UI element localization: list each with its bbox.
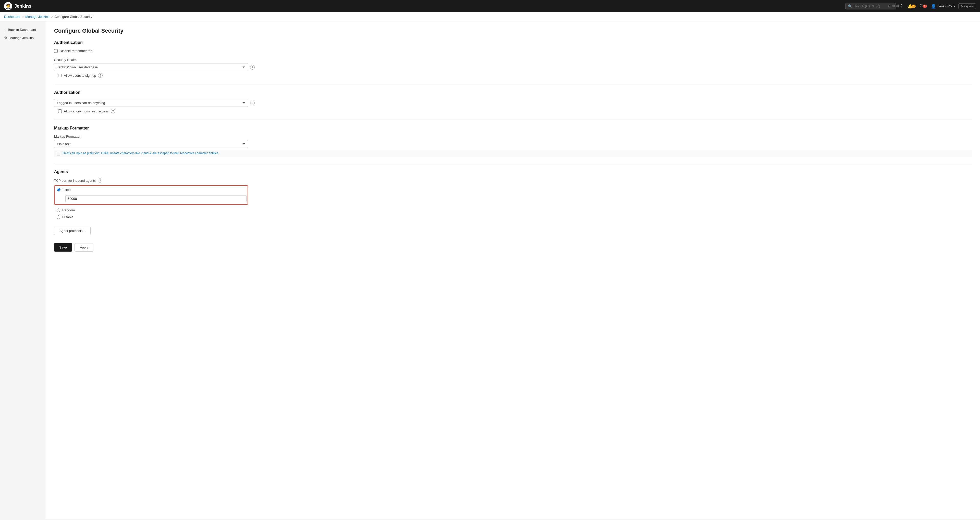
security-realm-group: Security Realm Jenkins' own user databas… — [54, 58, 972, 78]
apply-label: Apply — [80, 246, 88, 249]
agent-protocols-button[interactable]: Agent protocols... — [54, 227, 91, 235]
sidebar-item-label: Manage Jenkins — [10, 36, 34, 40]
authorization-select-wrapper: Logged-in users can do anything Anyone c… — [54, 99, 972, 107]
allow-signup-checkbox[interactable] — [58, 74, 62, 77]
markup-note-checkbox[interactable] — [57, 152, 60, 155]
logout-label: log out — [964, 4, 974, 8]
random-radio-label[interactable]: Random — [62, 208, 75, 212]
disable-radio-label[interactable]: Disable — [62, 215, 73, 219]
topbar: 🤵 Jenkins 🔍 CTRL+K ? 🔔 1 🛡 2 👤 JenkinsCi… — [0, 0, 980, 12]
security-realm-label: Security Realm — [54, 58, 972, 62]
agents-section: Agents TCP port for inbound agents ? Fix… — [54, 170, 972, 235]
authorization-help-icon[interactable]: ? — [250, 101, 255, 105]
back-arrow-icon: ↑ — [4, 27, 6, 32]
sidebar-item-back-to-dashboard[interactable]: ↑ Back to Dashboard — [0, 25, 46, 34]
search-input[interactable] — [854, 4, 887, 8]
disable-remember-me-checkbox[interactable] — [54, 49, 58, 53]
breadcrumb-current: Configure Global Security — [54, 15, 92, 19]
allow-anon-checkbox[interactable] — [58, 109, 62, 113]
breadcrumb: Dashboard > Manage Jenkins > Configure G… — [0, 12, 980, 21]
breadcrumb-sep1: > — [22, 15, 24, 19]
allow-signup-row: Allow users to sign up ? — [58, 73, 972, 78]
authorization-group: Logged-in users can do anything Anyone c… — [54, 99, 972, 113]
tcp-port-help-icon[interactable]: ? — [98, 178, 102, 183]
logout-icon: ⎋ — [961, 4, 963, 8]
shield-badge: 2 — [923, 5, 927, 8]
fixed-radio-label[interactable]: Fixed — [62, 188, 71, 192]
authentication-section: Authentication Disable remember me Secur… — [54, 40, 972, 78]
disable-remember-me-label[interactable]: Disable remember me — [60, 49, 92, 53]
shield-button[interactable]: 🛡 2 — [919, 3, 928, 10]
security-realm-select-wrapper: Jenkins' own user database None LDAP Uni… — [54, 63, 972, 71]
bell-badge: 1 — [912, 5, 916, 8]
tcp-port-value-row — [63, 194, 248, 204]
allow-anon-label[interactable]: Allow anonymous read access — [64, 109, 109, 113]
allow-anon-row: Allow anonymous read access ? — [58, 109, 972, 113]
divider-3 — [54, 163, 972, 163]
tcp-port-container: Fixed — [54, 185, 248, 205]
user-menu[interactable]: 👤 JenkinsCi ▾ — [931, 4, 955, 9]
disable-radio-row: Disable — [54, 214, 972, 220]
markup-note-text: Treats all input as plain text. HTML uns… — [62, 151, 219, 155]
fixed-radio-row: Fixed — [55, 186, 248, 194]
authentication-title: Authentication — [54, 40, 972, 45]
markup-formatter-group: Markup Formatter Plain text Safe HTML Tr… — [54, 135, 972, 157]
agent-protocols-label: Agent protocols... — [59, 229, 85, 233]
allow-signup-label[interactable]: Allow users to sign up — [64, 74, 96, 78]
security-realm-help-icon[interactable]: ? — [250, 65, 255, 70]
authorization-title: Authorization — [54, 90, 972, 95]
main-content: Configure Global Security Authentication… — [46, 21, 980, 519]
breadcrumb-dashboard[interactable]: Dashboard — [4, 15, 21, 19]
markup-note-row: Treats all input as plain text. HTML uns… — [54, 150, 972, 157]
markup-formatter-title: Markup Formatter — [54, 126, 972, 130]
sidebar-item-manage-jenkins[interactable]: ⚙ Manage Jenkins — [0, 34, 46, 42]
tcp-port-group: TCP port for inbound agents ? Fixed — [54, 178, 972, 220]
save-label: Save — [59, 246, 67, 249]
action-buttons: Save Apply — [54, 243, 972, 252]
user-chevron-icon: ▾ — [953, 4, 955, 8]
authorization-select[interactable]: Logged-in users can do anything Anyone c… — [54, 99, 248, 107]
gear-icon: ⚙ — [4, 36, 7, 40]
fixed-radio[interactable] — [57, 188, 60, 192]
save-button[interactable]: Save — [54, 243, 72, 252]
security-realm-select[interactable]: Jenkins' own user database None LDAP Uni… — [54, 63, 248, 71]
breadcrumb-manage-jenkins[interactable]: Manage Jenkins — [25, 15, 49, 19]
user-name: JenkinsCi — [938, 4, 952, 8]
tcp-label-row: TCP port for inbound agents ? — [54, 178, 972, 183]
sidebar-item-label: Back to Dashboard — [8, 28, 36, 32]
random-radio-row: Random — [54, 207, 972, 214]
markup-formatter-select-wrapper: Plain text Safe HTML — [54, 140, 972, 148]
breadcrumb-sep2: > — [51, 15, 53, 19]
user-avatar: 👤 — [931, 4, 936, 9]
agents-title: Agents — [54, 170, 972, 174]
random-radio[interactable] — [57, 209, 60, 212]
logout-button[interactable]: ⎋ log out — [958, 3, 976, 9]
allow-anon-help-icon[interactable]: ? — [111, 109, 115, 113]
allow-signup-help-icon[interactable]: ? — [98, 73, 103, 78]
markup-formatter-label: Markup Formatter — [54, 135, 972, 138]
disable-radio[interactable] — [57, 216, 60, 219]
main-layout: ↑ Back to Dashboard ⚙ Manage Jenkins Con… — [0, 21, 980, 519]
markup-formatter-section: Markup Formatter Markup Formatter Plain … — [54, 126, 972, 157]
apply-button[interactable]: Apply — [75, 243, 94, 252]
markup-formatter-select[interactable]: Plain text Safe HTML — [54, 140, 248, 148]
search-icon: 🔍 — [848, 4, 852, 8]
bell-button[interactable]: 🔔 1 — [907, 3, 917, 10]
disable-remember-me-row: Disable remember me — [54, 49, 972, 53]
tcp-port-label: TCP port for inbound agents — [54, 179, 96, 182]
jenkins-logo[interactable]: 🤵 Jenkins — [4, 2, 32, 10]
authorization-section: Authorization Logged-in users can do any… — [54, 90, 972, 113]
search-shortcut: CTRL+K — [888, 5, 899, 8]
help-icon: ? — [900, 4, 903, 8]
help-button[interactable]: ? — [899, 3, 904, 10]
notification-area: 🔔 1 🛡 2 — [907, 3, 928, 10]
app-name: Jenkins — [14, 3, 32, 9]
disable-remember-me-group: Disable remember me — [54, 49, 972, 53]
page-title: Configure Global Security — [54, 27, 972, 34]
jenkins-logo-icon: 🤵 — [4, 2, 12, 10]
sidebar: ↑ Back to Dashboard ⚙ Manage Jenkins — [0, 21, 46, 519]
search-bar[interactable]: 🔍 CTRL+K — [845, 3, 896, 10]
tcp-port-input[interactable] — [65, 195, 247, 202]
